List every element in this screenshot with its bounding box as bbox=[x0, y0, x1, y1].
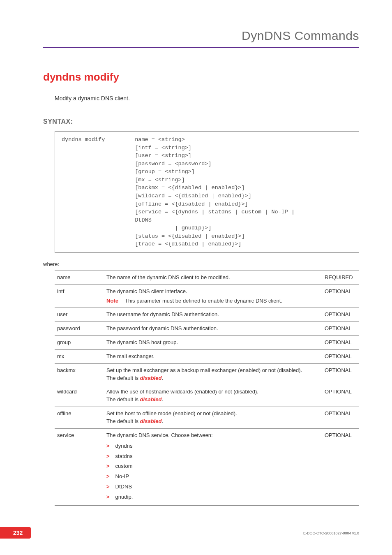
table-row: backmxSet up the mail exchanger as a bac… bbox=[55, 363, 359, 385]
page-number-badge: 232 bbox=[0, 527, 31, 539]
table-row: mxThe mail exchanger.OPTIONAL bbox=[55, 349, 359, 363]
param-requirement: OPTIONAL bbox=[322, 428, 359, 505]
param-name: user bbox=[55, 308, 104, 322]
table-row: serviceThe dynamic DNS service. Choose b… bbox=[55, 428, 359, 505]
default-line: The default is disabled. bbox=[106, 396, 320, 404]
page-header-title: DynDNS Commands bbox=[43, 29, 359, 48]
list-item: > statdns bbox=[106, 451, 320, 462]
chevron-right-icon: > bbox=[106, 483, 114, 491]
param-requirement: OPTIONAL bbox=[322, 336, 359, 350]
param-requirement: OPTIONAL bbox=[322, 407, 359, 429]
table-row: intfThe dynamic DNS client interface.Not… bbox=[55, 284, 359, 308]
param-description: Allow the use of hostname wildcards (ena… bbox=[104, 385, 322, 407]
default-line: The default is disabled. bbox=[106, 418, 320, 426]
param-name: group bbox=[55, 336, 104, 350]
param-description: The dynamic DNS client interface.NoteThi… bbox=[104, 284, 322, 308]
page-footer: 232 E-DOC-CTC-20061027-0004 v1.0 bbox=[0, 527, 392, 539]
param-requirement: OPTIONAL bbox=[322, 284, 359, 308]
default-line: The default is disabled. bbox=[106, 375, 320, 382]
param-name: backmx bbox=[55, 363, 104, 385]
command-description: Modify a dynamic DNS client. bbox=[55, 95, 359, 102]
list-item: > dyndns bbox=[106, 441, 320, 451]
list-item: > No-IP bbox=[106, 472, 320, 482]
param-name: offline bbox=[55, 407, 104, 429]
table-row: offlineSet the host to offline mode (ena… bbox=[55, 407, 359, 429]
param-requirement: OPTIONAL bbox=[322, 363, 359, 385]
service-options-list: > dyndns> statdns> custom> No-IP> DtDNS>… bbox=[106, 441, 320, 502]
syntax-code-block: dyndns modify name = <string> [intf = <s… bbox=[55, 131, 359, 253]
param-name: password bbox=[55, 322, 104, 336]
param-requirement: OPTIONAL bbox=[322, 349, 359, 363]
document-id: E-DOC-CTC-20061027-0004 v1.0 bbox=[303, 531, 359, 535]
param-requirement: OPTIONAL bbox=[322, 385, 359, 407]
param-name: wildcard bbox=[55, 385, 104, 407]
param-description: Set up the mail exchanger as a backup ma… bbox=[104, 363, 322, 385]
param-description: The dynamic DNS host group. bbox=[104, 336, 322, 350]
list-item: > custom bbox=[106, 461, 320, 472]
param-description: The username for dynamic DNS authenticat… bbox=[104, 308, 322, 322]
param-requirement: OPTIONAL bbox=[322, 322, 359, 336]
note-text: This parameter must be defined to enable… bbox=[125, 297, 320, 305]
param-description: The name of the dynamic DNS client to be… bbox=[104, 271, 322, 284]
parameters-table: nameThe name of the dynamic DNS client t… bbox=[55, 271, 359, 506]
chevron-right-icon: > bbox=[106, 493, 114, 501]
param-name: name bbox=[55, 271, 104, 284]
table-row: nameThe name of the dynamic DNS client t… bbox=[55, 271, 359, 284]
param-description: Set the host to offline mode (enabled) o… bbox=[104, 407, 322, 429]
command-title: dyndns modify bbox=[43, 71, 359, 83]
list-item: > DtDNS bbox=[106, 482, 320, 492]
param-name: mx bbox=[55, 349, 104, 363]
where-label: where: bbox=[43, 261, 359, 267]
note-label: Note bbox=[106, 297, 125, 305]
param-description: The mail exchanger. bbox=[104, 349, 322, 363]
table-row: passwordThe password for dynamic DNS aut… bbox=[55, 322, 359, 336]
chevron-right-icon: > bbox=[106, 473, 114, 481]
table-row: groupThe dynamic DNS host group.OPTIONAL bbox=[55, 336, 359, 350]
param-requirement: REQUIRED bbox=[322, 271, 359, 284]
table-row: wildcardAllow the use of hostname wildca… bbox=[55, 385, 359, 407]
param-requirement: OPTIONAL bbox=[322, 308, 359, 322]
list-item: > gnudip. bbox=[106, 492, 320, 502]
chevron-right-icon: > bbox=[106, 442, 114, 450]
chevron-right-icon: > bbox=[106, 462, 114, 470]
param-description: The dynamic DNS service. Choose between:… bbox=[104, 428, 322, 505]
syntax-heading: SYNTAX: bbox=[43, 118, 359, 125]
param-description: The password for dynamic DNS authenticat… bbox=[104, 322, 322, 336]
table-row: userThe username for dynamic DNS authent… bbox=[55, 308, 359, 322]
param-name: intf bbox=[55, 284, 104, 308]
param-name: service bbox=[55, 428, 104, 505]
chevron-right-icon: > bbox=[106, 453, 114, 460]
